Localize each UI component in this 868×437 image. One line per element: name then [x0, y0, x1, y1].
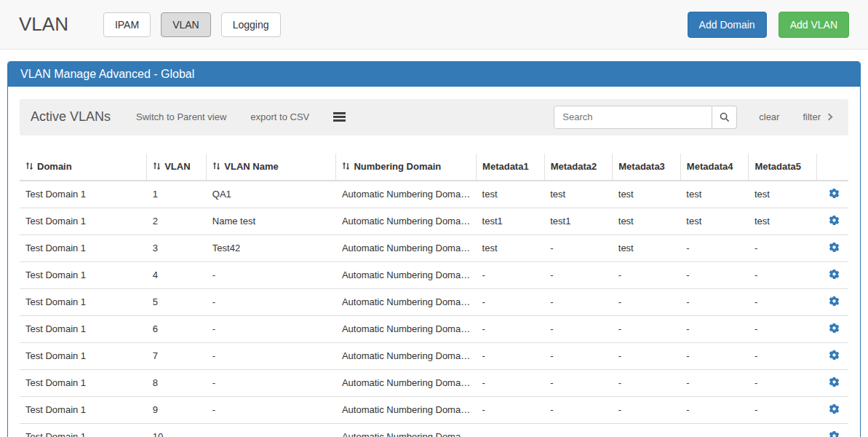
cell-metadata5: -	[749, 288, 817, 315]
add-vlan-button[interactable]: Add VLAN	[779, 12, 849, 38]
cell-metadata2: -	[544, 315, 613, 342]
gear-icon[interactable]	[829, 188, 840, 199]
switch-parent-view-link[interactable]: Switch to Parent view	[136, 111, 226, 122]
add-domain-button[interactable]: Add Domain	[688, 12, 767, 38]
export-csv-link[interactable]: export to CSV	[250, 111, 309, 122]
gear-icon[interactable]	[829, 377, 840, 387]
sort-icon	[153, 162, 161, 173]
cell-actions	[817, 181, 848, 208]
column-label: Numbering Domain	[354, 161, 441, 172]
nav-button-logging[interactable]: Logging	[221, 12, 281, 37]
column-header-domain[interactable]: Domain	[20, 154, 147, 181]
cell-metadata3: -	[613, 369, 681, 396]
cell-vlan_name: -	[207, 261, 336, 288]
cell-metadata4: -	[680, 235, 749, 261]
gear-icon[interactable]	[829, 269, 840, 280]
column-header-metadata2: Metadata2	[544, 154, 613, 181]
gear-icon[interactable]	[829, 323, 840, 334]
table-row: Test Domain 13Test42Automatic Numbering …	[20, 235, 848, 261]
cell-metadata3: test	[613, 235, 681, 261]
topbar: VLAN IPAM VLAN Logging Add Domain Add VL…	[0, 0, 868, 50]
column-header-actions	[817, 154, 848, 181]
cell-metadata3: -	[613, 261, 681, 288]
cell-numbering_domain: Automatic Numbering Doma…	[336, 369, 477, 396]
cell-metadata4: -	[680, 423, 749, 437]
column-label: Domain	[37, 161, 72, 172]
cell-vlan: 8	[147, 369, 207, 396]
cell-metadata1: -	[477, 342, 545, 369]
column-header-vlan_name[interactable]: VLAN Name	[207, 154, 336, 181]
cell-metadata1: test	[477, 181, 545, 208]
cell-metadata3: -	[613, 288, 681, 315]
search-input[interactable]	[554, 106, 712, 129]
cell-metadata2: -	[544, 369, 613, 396]
table-body: Test Domain 11QA1Automatic Numbering Dom…	[20, 181, 848, 437]
cell-vlan: 4	[147, 261, 207, 288]
cell-metadata5: -	[749, 396, 817, 423]
cell-metadata4: -	[680, 261, 749, 288]
cell-metadata4: -	[680, 315, 749, 342]
cell-metadata5: -	[749, 315, 817, 342]
cell-domain: Test Domain 1	[20, 342, 147, 369]
table-row: Test Domain 18-Automatic Numbering Doma……	[20, 369, 848, 396]
cell-actions	[817, 288, 848, 315]
cell-metadata5: -	[749, 369, 817, 396]
gear-icon[interactable]	[829, 242, 840, 253]
cell-metadata5: -	[749, 235, 817, 261]
gear-icon[interactable]	[829, 430, 840, 437]
cell-metadata3: test	[613, 181, 681, 208]
cell-metadata2: -	[544, 235, 613, 261]
cell-metadata2: -	[544, 396, 613, 423]
cell-metadata1: test	[477, 235, 545, 261]
cell-vlan_name: -	[207, 396, 336, 423]
cell-domain: Test Domain 1	[20, 369, 147, 396]
cell-metadata3: -	[613, 342, 681, 369]
table-row: Test Domain 15-Automatic Numbering Doma……	[20, 288, 848, 315]
cell-metadata5: test	[749, 208, 817, 235]
filter-link-label: filter	[803, 111, 821, 122]
sort-icon	[342, 162, 350, 173]
cell-vlan_name: -	[207, 315, 336, 342]
cell-metadata4: -	[680, 396, 749, 423]
cell-vlan: 3	[147, 235, 207, 261]
gear-icon[interactable]	[829, 403, 840, 414]
cell-metadata4: -	[680, 369, 749, 396]
cell-metadata2: test	[544, 181, 613, 208]
cell-numbering_domain: Automatic Numbering Doma…	[336, 235, 477, 261]
gear-icon[interactable]	[829, 215, 840, 226]
table-toolbar: Active VLANs Switch to Parent view expor…	[20, 99, 848, 135]
search-button[interactable]	[712, 106, 737, 129]
clear-link[interactable]: clear	[759, 111, 779, 122]
nav-button-ipam[interactable]: IPAM	[103, 12, 151, 37]
column-label: Metadata1	[482, 161, 529, 172]
cell-metadata1: -	[477, 369, 545, 396]
cell-vlan: 7	[147, 342, 207, 369]
cell-numbering_domain: Automatic Numbering Doma…	[336, 261, 477, 288]
filter-link[interactable]: filter	[803, 111, 832, 122]
chevron-right-icon	[826, 113, 833, 120]
menu-icon[interactable]	[333, 112, 346, 122]
panel-heading: VLAN Manage Advanced - Global	[8, 62, 860, 87]
cell-vlan_name: -	[207, 369, 336, 396]
table-row: Test Domain 17-Automatic Numbering Doma……	[20, 342, 848, 369]
cell-actions	[817, 235, 848, 261]
cell-domain: Test Domain 1	[20, 396, 147, 423]
column-label: VLAN	[164, 161, 190, 172]
cell-vlan_name: Test42	[207, 235, 336, 261]
cell-domain: Test Domain 1	[20, 315, 147, 342]
column-header-metadata5: Metadata5	[749, 154, 817, 181]
cell-metadata5: -	[749, 261, 817, 288]
table-row: Test Domain 19-Automatic Numbering Doma……	[20, 396, 848, 423]
gear-icon[interactable]	[829, 350, 840, 361]
table-row: Test Domain 16-Automatic Numbering Doma……	[20, 315, 848, 342]
cell-metadata2: -	[544, 342, 613, 369]
column-header-numbering_domain[interactable]: Numbering Domain	[336, 154, 477, 181]
sort-icon	[25, 162, 33, 173]
column-header-vlan[interactable]: VLAN	[147, 154, 207, 181]
cell-metadata5: test	[749, 181, 817, 208]
nav-button-vlan[interactable]: VLAN	[161, 12, 211, 37]
cell-vlan_name: QA1	[207, 181, 336, 208]
cell-metadata1: -	[477, 396, 545, 423]
gear-icon[interactable]	[829, 296, 840, 307]
cell-metadata3: -	[613, 423, 681, 437]
